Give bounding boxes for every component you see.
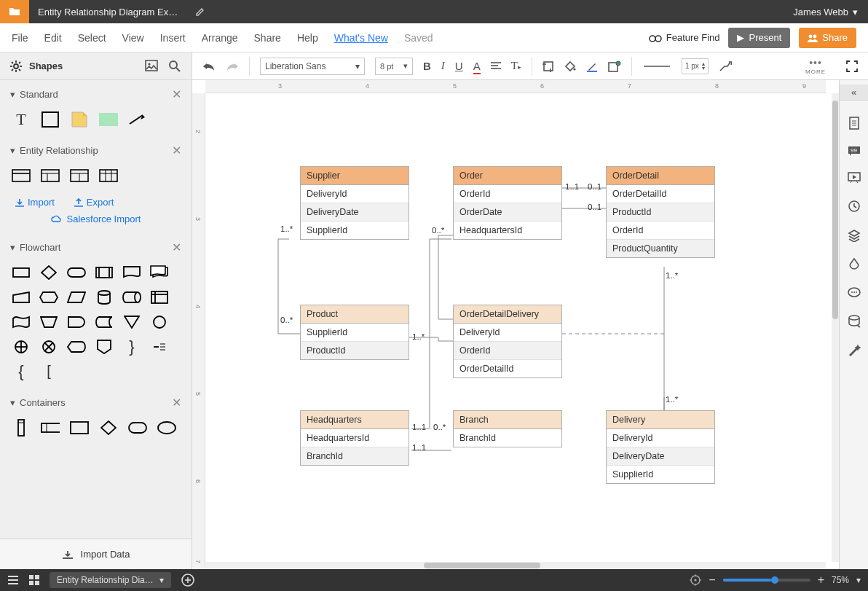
gear-icon[interactable] [10,60,22,72]
entity-order[interactable]: Order OrderId OrderDate HeadquartersId [453,166,562,240]
fc-terminator[interactable] [67,265,86,281]
fc-sum[interactable] [39,339,58,355]
magic-icon[interactable] [848,344,861,357]
category-flowchart[interactable]: ▾ Flowchart✕ [0,233,192,259]
fc-manualin[interactable] [12,289,31,305]
menu-edit[interactable]: Edit [44,32,62,44]
fc-doc[interactable] [122,265,141,281]
category-er[interactable]: ▾ Entity Relationship✕ [0,136,192,162]
add-page-icon[interactable] [181,574,194,587]
bold-icon[interactable]: B [423,60,431,72]
user-menu[interactable]: James Webb ▾ [783,7,868,17]
close-icon[interactable]: ✕ [172,240,181,254]
close-icon[interactable]: ✕ [172,87,181,101]
shape-block[interactable] [99,111,118,128]
close-icon[interactable]: ✕ [172,144,181,157]
ct-1[interactable] [12,420,31,436]
er-shape-3[interactable] [70,168,89,184]
er-shape-2[interactable] [41,168,60,184]
category-containers[interactable]: ▾ Containers✕ [0,388,192,414]
page-tab[interactable]: Entity Relationship Dia…▾ [50,572,171,588]
canvas-area[interactable]: 3 4 5 6 7 8 9 2 3 4 5 6 7 [192,80,839,569]
panel-collapse-icon[interactable]: « [840,85,869,101]
fc-display[interactable] [67,339,86,355]
canvas[interactable]: Supplier DeliveryId DeliveryDate Supplie… [205,93,826,569]
zoom-slider[interactable] [723,579,810,582]
fc-manualop[interactable] [39,314,58,330]
menu-help[interactable]: Help [297,32,318,44]
align-icon[interactable] [491,62,501,71]
folder-icon[interactable] [0,0,29,23]
ct-6[interactable] [157,420,176,436]
menu-whats-new[interactable]: What's New [334,32,388,44]
close-icon[interactable]: ✕ [172,396,181,410]
zoom-in-icon[interactable]: + [818,574,824,587]
feature-find-button[interactable]: Feature Find [649,32,720,43]
entity-delivery[interactable]: Delivery DeliveryId DeliveryDate Supplie… [606,410,715,484]
fc-connector[interactable] [150,314,169,330]
rename-icon[interactable] [195,7,205,17]
redo-icon[interactable] [226,61,239,71]
fc-merge[interactable] [122,314,141,330]
fc-multidoc[interactable] [150,265,169,281]
ct-4[interactable] [99,420,118,436]
fill-icon[interactable] [564,60,576,72]
list-view-icon[interactable] [7,575,19,585]
er-shape-4[interactable] [99,168,118,184]
underline-icon[interactable]: U [455,60,463,72]
import-link[interactable]: Import [15,197,55,208]
entity-branch[interactable]: Branch BranchId [453,410,562,447]
zoom-out-icon[interactable]: − [709,574,715,587]
shape-note[interactable] [70,111,89,128]
line-style-icon[interactable] [642,63,671,70]
menu-arrange[interactable]: Arrange [202,32,238,44]
target-icon[interactable] [690,574,701,586]
image-icon[interactable] [145,60,158,73]
undo-icon[interactable] [202,61,216,71]
crop-icon[interactable] [542,60,554,72]
text-style-icon[interactable]: T▸ [511,60,521,72]
text-color-icon[interactable]: A [473,60,481,72]
fc-rect[interactable] [12,265,31,281]
shape-arrow[interactable] [128,111,147,128]
entity-supplier[interactable]: Supplier DeliveryId DeliveryDate Supplie… [300,166,409,240]
menu-file[interactable]: File [12,32,28,44]
fc-diamond[interactable] [39,265,58,281]
line-shape-icon[interactable] [719,60,732,72]
fc-bracket[interactable]: [ [39,364,58,380]
ct-3[interactable] [70,420,89,436]
horizontal-scrollbar[interactable] [205,562,826,569]
entity-hq[interactable]: Headquarters HeadquartersId BranchId [300,410,409,466]
data-icon[interactable] [848,315,861,328]
fc-note[interactable] [150,339,169,355]
er-shape-1[interactable] [12,168,31,184]
fc-direct[interactable] [122,289,141,305]
present-button[interactable]: ▶ Present [728,28,790,48]
chat-icon[interactable] [848,287,861,299]
fc-db[interactable] [95,289,114,305]
menu-share[interactable]: Share [254,32,281,44]
shape-text[interactable]: T [12,111,31,128]
shape-style-icon[interactable] [608,60,621,72]
import-data-button[interactable]: Import Data [0,539,192,569]
ct-2[interactable] [41,420,60,436]
fc-intstor[interactable] [150,289,169,305]
document-title[interactable]: Entity Relationship Diagram Exa… [29,7,189,17]
salesforce-import-link[interactable]: Salesforce Import [51,214,141,224]
fc-tape[interactable] [12,314,31,330]
font-size-select[interactable]: 8 pt▾ [375,58,413,75]
fullscreen-icon[interactable] [846,60,858,72]
fc-delay[interactable] [67,314,86,330]
menu-select[interactable]: Select [78,32,106,44]
fc-prep[interactable] [39,289,58,305]
history-icon[interactable] [848,200,861,213]
border-color-icon[interactable] [586,60,598,72]
fc-or[interactable] [12,339,31,355]
export-link[interactable]: Export [74,197,114,208]
fc-stored[interactable] [95,314,114,330]
fc-brace-l[interactable]: { [12,364,31,380]
menu-view[interactable]: View [122,32,144,44]
fc-data[interactable] [67,289,86,305]
grid-view-icon[interactable] [29,575,39,585]
page-icon[interactable] [848,117,860,130]
